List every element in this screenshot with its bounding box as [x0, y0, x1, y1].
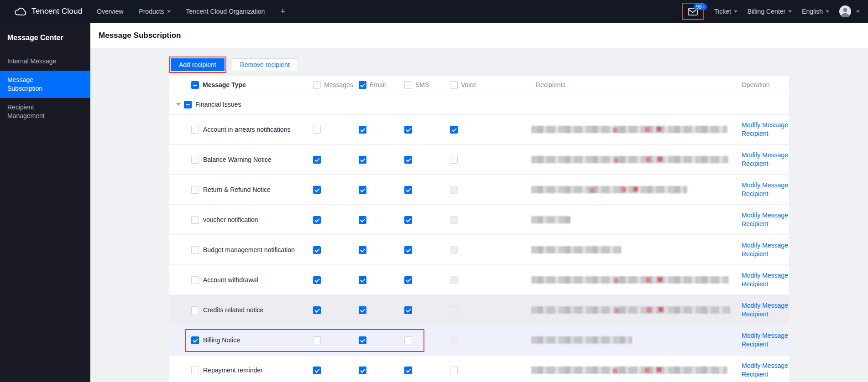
modify-recipient-link[interactable]: Modify Message Recipient — [742, 181, 794, 198]
messages-checkbox[interactable] — [313, 367, 321, 374]
select-all-checkbox[interactable] — [191, 81, 199, 89]
voice-checkbox[interactable] — [450, 276, 458, 284]
messages-checkbox[interactable] — [313, 126, 321, 134]
redacted-recipients — [531, 126, 727, 133]
top-navigation: Tencent Cloud Overview Products Tencent … — [0, 0, 868, 23]
annotation-box-mail: 99+ — [682, 3, 704, 20]
email-column-checkbox[interactable] — [359, 81, 366, 89]
remove-recipient-button[interactable]: Remove recipient — [232, 58, 298, 71]
email-checkbox[interactable] — [359, 186, 366, 194]
modify-recipient-link[interactable]: Modify Message Recipient — [742, 331, 794, 349]
sms-checkbox[interactable] — [404, 306, 412, 314]
message-center-button[interactable]: 99+ — [688, 8, 698, 15]
voice-column-checkbox[interactable] — [450, 81, 458, 89]
modify-recipient-link[interactable]: Modify Message Recipient — [742, 271, 794, 289]
column-header-operation: Operation — [730, 81, 789, 88]
row-checkbox[interactable] — [191, 246, 199, 254]
voice-checkbox[interactable] — [450, 186, 458, 194]
email-checkbox[interactable] — [359, 276, 366, 284]
sms-checkbox[interactable] — [404, 126, 412, 134]
sidebar-title: Message Center — [0, 23, 90, 52]
messages-column-checkbox[interactable] — [313, 81, 321, 89]
row-checkbox[interactable] — [191, 126, 199, 134]
tencent-cloud-logo-icon — [14, 6, 27, 16]
voice-checkbox[interactable] — [450, 246, 458, 254]
sidebar-item-message-subscription[interactable]: Message Subscription — [0, 71, 90, 98]
toolbar: Add recipient Remove recipient — [169, 57, 868, 73]
group-label: Financial Issues — [195, 101, 241, 108]
nav-item-products[interactable]: Products — [139, 8, 170, 15]
row-checkbox[interactable] — [191, 156, 199, 164]
sidebar-item-internal-message[interactable]: Internal Message — [0, 52, 90, 71]
group-checkbox[interactable] — [184, 101, 192, 108]
email-checkbox[interactable] — [359, 367, 366, 374]
messages-checkbox[interactable] — [313, 306, 321, 314]
voice-checkbox[interactable] — [450, 336, 458, 344]
messages-checkbox[interactable] — [313, 336, 321, 344]
content: Add recipient Remove recipient Message T… — [90, 48, 868, 382]
sms-checkbox[interactable] — [404, 336, 412, 344]
modify-recipient-link[interactable]: Modify Message Recipient — [742, 241, 794, 258]
group-row-financial-issues: Financial Issues — [169, 94, 789, 115]
table-row: Balance Warning Notice Modify Message Re… — [169, 145, 789, 175]
voice-checkbox[interactable] — [450, 367, 458, 374]
email-checkbox[interactable] — [359, 306, 366, 314]
sms-checkbox[interactable] — [404, 276, 412, 284]
modify-recipient-link[interactable]: Modify Message Recipient — [742, 301, 794, 319]
sidebar-item-recipient-management[interactable]: Recipient Management — [0, 98, 90, 125]
row-checkbox[interactable] — [191, 276, 199, 284]
messages-checkbox[interactable] — [313, 156, 321, 164]
sms-checkbox[interactable] — [404, 156, 412, 164]
row-checkbox[interactable] — [191, 367, 199, 374]
messages-checkbox[interactable] — [313, 276, 321, 284]
subscription-table: Message Type Messages Email SMS Voice — [169, 76, 789, 382]
add-recipient-button[interactable]: Add recipient — [171, 58, 225, 71]
modify-recipient-link[interactable]: Modify Message Recipient — [742, 121, 794, 138]
account-menu[interactable] — [839, 5, 860, 17]
modify-recipient-link[interactable]: Modify Message Recipient — [742, 211, 794, 228]
email-checkbox[interactable] — [359, 126, 366, 134]
nav-right: 99+ Ticket Billing Center English — [682, 3, 868, 20]
voice-checkbox[interactable] — [450, 156, 458, 164]
sms-column-checkbox[interactable] — [404, 81, 412, 89]
email-checkbox[interactable] — [359, 156, 366, 164]
modify-recipient-link[interactable]: Modify Message Recipient — [742, 151, 794, 168]
nav-item-ticket[interactable]: Ticket — [714, 8, 737, 15]
column-header-voice: Voice — [431, 81, 476, 89]
nav-item-english[interactable]: English — [802, 8, 829, 15]
brand[interactable]: Tencent Cloud — [0, 0, 90, 23]
row-checkbox[interactable] — [191, 336, 199, 344]
voice-checkbox[interactable] — [450, 126, 458, 134]
email-checkbox[interactable] — [359, 246, 366, 254]
nav-items: Overview Products Tencent Cloud Organiza… — [97, 7, 285, 16]
messages-checkbox[interactable] — [313, 186, 321, 194]
nav-item-organization[interactable]: Tencent Cloud Organization — [186, 8, 265, 15]
redacted-recipients — [531, 246, 621, 253]
message-type-label: Billing Notice — [203, 336, 240, 344]
sms-checkbox[interactable] — [404, 246, 412, 254]
voice-checkbox[interactable] — [450, 306, 458, 314]
sms-checkbox[interactable] — [404, 367, 412, 374]
main-area: Message Subscription Add recipient Remov… — [90, 23, 868, 382]
redacted-recipients — [531, 186, 687, 193]
row-checkbox[interactable] — [191, 216, 199, 224]
sms-checkbox[interactable] — [404, 216, 412, 224]
page-title: Message Subscription — [99, 31, 181, 40]
nav-add-tab-button[interactable]: + — [280, 7, 285, 16]
sms-checkbox[interactable] — [404, 186, 412, 194]
collapse-arrow-icon[interactable] — [176, 103, 181, 106]
messages-checkbox[interactable] — [313, 216, 321, 224]
modify-recipient-link[interactable]: Modify Message Recipient — [742, 361, 794, 379]
brand-text: Tencent Cloud — [31, 7, 82, 16]
nav-item-billing-center[interactable]: Billing Center — [748, 8, 792, 15]
nav-item-overview[interactable]: Overview — [97, 8, 123, 15]
row-checkbox[interactable] — [191, 186, 199, 194]
messages-checkbox[interactable] — [313, 246, 321, 254]
message-type-label: Repayment reminder — [203, 367, 263, 374]
email-checkbox[interactable] — [359, 336, 366, 344]
voice-checkbox[interactable] — [450, 216, 458, 224]
redacted-recipients — [531, 336, 632, 344]
email-checkbox[interactable] — [359, 216, 366, 224]
column-header-sms: SMS — [385, 81, 431, 89]
row-checkbox[interactable] — [191, 306, 199, 314]
